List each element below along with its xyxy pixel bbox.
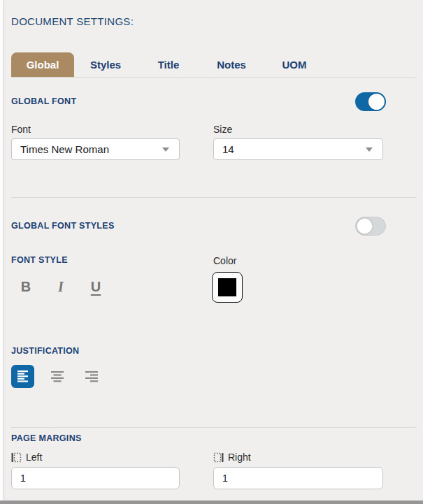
tab-styles[interactable]: Styles <box>74 52 137 77</box>
global-font-heading: GLOBAL FONT <box>11 96 76 106</box>
tab-title[interactable]: Title <box>137 52 200 77</box>
size-label: Size <box>213 124 383 135</box>
global-font-styles-header-row: GLOBAL FONT STYLES <box>11 216 423 236</box>
font-color-swatch[interactable] <box>212 272 243 303</box>
size-field: Size 14 <box>213 124 383 160</box>
font-style-controls-row: B I U <box>11 272 423 303</box>
underline-button[interactable]: U <box>89 278 102 296</box>
margin-right-icon <box>213 452 224 463</box>
global-font-header-row: GLOBAL FONT <box>11 92 423 111</box>
justification-heading: JUSTIFICATION <box>11 346 423 356</box>
align-right-icon <box>84 370 99 383</box>
justification-buttons <box>11 365 423 388</box>
right-margin-input[interactable] <box>213 467 383 489</box>
align-left-button[interactable] <box>11 365 34 388</box>
font-style-label-row: FONT STYLE Color <box>11 255 423 266</box>
page-title: DOCUMENT SETTINGS: <box>11 0 423 27</box>
chevron-down-icon <box>162 147 169 152</box>
panel-bottom-edge <box>0 501 423 504</box>
align-left-icon <box>16 370 30 383</box>
toggle-knob <box>357 218 373 234</box>
font-select-value: Times New Roman <box>20 143 109 155</box>
font-style-heading: FONT STYLE <box>11 255 180 266</box>
tab-uom[interactable]: UOM <box>263 52 326 77</box>
section-divider <box>11 427 416 428</box>
section-divider <box>11 197 416 198</box>
right-margin-label: Right <box>228 452 251 463</box>
font-style-buttons: B I U <box>11 272 180 296</box>
align-center-button[interactable] <box>45 365 69 388</box>
font-select[interactable]: Times New Roman <box>11 138 180 160</box>
global-font-toggle[interactable] <box>355 92 386 111</box>
document-settings-panel: DOCUMENT SETTINGS: Global Styles Title N… <box>0 0 423 489</box>
tab-notes[interactable]: Notes <box>200 52 263 77</box>
margin-left-icon <box>11 452 22 463</box>
align-center-icon <box>50 370 65 383</box>
left-margin-label-row: Left <box>11 452 180 463</box>
bold-button[interactable]: B <box>20 278 32 296</box>
font-color-swatch-value <box>218 278 236 296</box>
left-margin-label: Left <box>26 452 42 463</box>
settings-tab-bar: Global Styles Title Notes UOM <box>11 52 416 78</box>
global-font-fields: Font Times New Roman Size 14 <box>11 124 423 160</box>
color-label: Color <box>213 255 383 266</box>
chevron-down-icon <box>366 147 373 152</box>
tab-global[interactable]: Global <box>11 52 74 77</box>
italic-button[interactable]: I <box>55 278 67 296</box>
size-select[interactable]: 14 <box>213 138 383 160</box>
right-margin-label-row: Right <box>213 452 383 463</box>
page-margin-labels: Left Right <box>11 452 423 463</box>
toggle-knob <box>368 94 385 110</box>
global-font-styles-heading: GLOBAL FONT STYLES <box>11 221 115 231</box>
align-right-button[interactable] <box>80 365 103 388</box>
panel-left-edge <box>0 0 3 504</box>
page-margins-heading: PAGE MARGINS <box>11 433 423 443</box>
font-label: Font <box>11 124 180 135</box>
size-select-value: 14 <box>222 143 234 155</box>
left-margin-input[interactable] <box>11 467 180 489</box>
global-font-styles-toggle[interactable] <box>355 217 386 236</box>
font-field: Font Times New Roman <box>11 124 180 160</box>
page-margin-inputs <box>11 467 423 489</box>
